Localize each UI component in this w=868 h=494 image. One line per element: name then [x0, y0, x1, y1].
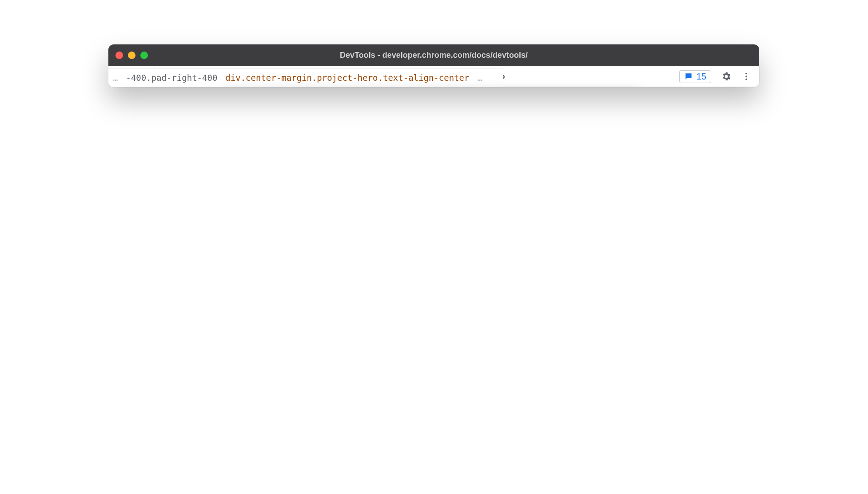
issues-count: 15 — [697, 72, 706, 82]
window-maximize-button[interactable] — [140, 52, 148, 59]
window-title: DevTools - developer.chrome.com/docs/dev… — [108, 51, 759, 60]
svg-point-3 — [745, 73, 747, 75]
kebab-menu-icon[interactable] — [741, 72, 751, 81]
traffic-lights — [115, 52, 148, 59]
window-minimize-button[interactable] — [128, 52, 135, 59]
settings-gear-icon[interactable] — [721, 71, 732, 82]
breadcrumb-ellipsis-right[interactable]: … — [477, 73, 482, 83]
devtools-window: DevTools - developer.chrome.com/docs/dev… — [108, 44, 759, 87]
breadcrumb-item[interactable]: -400.pad-right-400 — [126, 73, 217, 83]
issues-counter[interactable]: 15 — [679, 70, 711, 83]
breadcrumb-ellipsis-left[interactable]: … — [113, 73, 118, 83]
svg-point-5 — [745, 79, 747, 80]
window-close-button[interactable] — [115, 52, 123, 59]
elements-breadcrumbs[interactable]: … -400.pad-right-400 div.center-margin.p… — [108, 68, 503, 87]
titlebar: DevTools - developer.chrome.com/docs/dev… — [108, 44, 759, 66]
svg-point-4 — [745, 76, 747, 77]
issues-chat-icon — [684, 72, 693, 81]
breadcrumb-item-selected[interactable]: div.center-margin.project-hero.text-alig… — [225, 73, 469, 83]
